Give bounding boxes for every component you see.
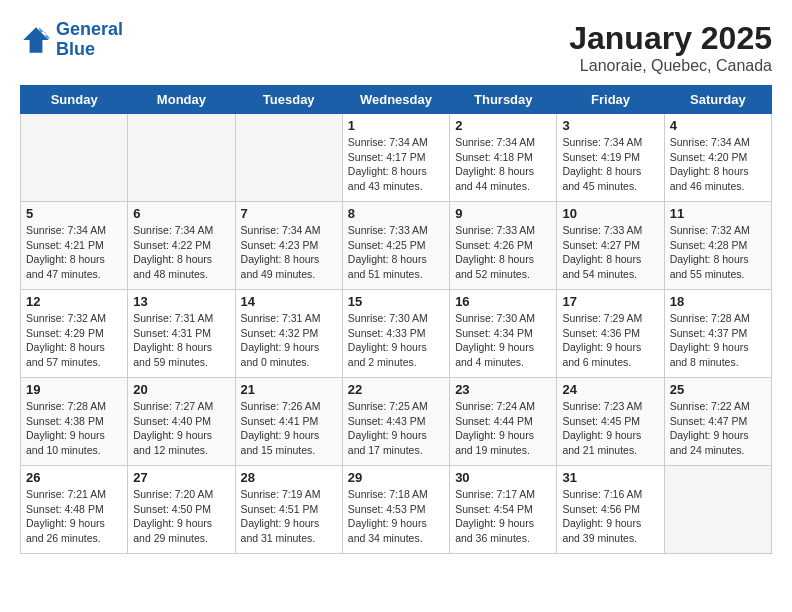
day-number: 2 — [455, 118, 551, 133]
day-number: 4 — [670, 118, 766, 133]
calendar-cell: 24Sunrise: 7:23 AM Sunset: 4:45 PM Dayli… — [557, 378, 664, 466]
day-info: Sunrise: 7:17 AM Sunset: 4:54 PM Dayligh… — [455, 487, 551, 546]
calendar-week-row: 5Sunrise: 7:34 AM Sunset: 4:21 PM Daylig… — [21, 202, 772, 290]
calendar-cell: 15Sunrise: 7:30 AM Sunset: 4:33 PM Dayli… — [342, 290, 449, 378]
day-number: 22 — [348, 382, 444, 397]
day-info: Sunrise: 7:30 AM Sunset: 4:34 PM Dayligh… — [455, 311, 551, 370]
day-info: Sunrise: 7:34 AM Sunset: 4:17 PM Dayligh… — [348, 135, 444, 194]
calendar-cell: 18Sunrise: 7:28 AM Sunset: 4:37 PM Dayli… — [664, 290, 771, 378]
day-info: Sunrise: 7:32 AM Sunset: 4:28 PM Dayligh… — [670, 223, 766, 282]
calendar-cell: 19Sunrise: 7:28 AM Sunset: 4:38 PM Dayli… — [21, 378, 128, 466]
calendar-cell: 30Sunrise: 7:17 AM Sunset: 4:54 PM Dayli… — [450, 466, 557, 554]
calendar-week-row: 1Sunrise: 7:34 AM Sunset: 4:17 PM Daylig… — [21, 114, 772, 202]
calendar-cell: 6Sunrise: 7:34 AM Sunset: 4:22 PM Daylig… — [128, 202, 235, 290]
calendar-cell — [128, 114, 235, 202]
calendar-cell: 21Sunrise: 7:26 AM Sunset: 4:41 PM Dayli… — [235, 378, 342, 466]
calendar-cell: 8Sunrise: 7:33 AM Sunset: 4:25 PM Daylig… — [342, 202, 449, 290]
calendar-cell: 14Sunrise: 7:31 AM Sunset: 4:32 PM Dayli… — [235, 290, 342, 378]
calendar-cell: 22Sunrise: 7:25 AM Sunset: 4:43 PM Dayli… — [342, 378, 449, 466]
day-number: 31 — [562, 470, 658, 485]
day-info: Sunrise: 7:32 AM Sunset: 4:29 PM Dayligh… — [26, 311, 122, 370]
day-info: Sunrise: 7:25 AM Sunset: 4:43 PM Dayligh… — [348, 399, 444, 458]
weekday-header: Saturday — [664, 86, 771, 114]
calendar-cell: 27Sunrise: 7:20 AM Sunset: 4:50 PM Dayli… — [128, 466, 235, 554]
day-number: 8 — [348, 206, 444, 221]
day-info: Sunrise: 7:33 AM Sunset: 4:25 PM Dayligh… — [348, 223, 444, 282]
weekday-header: Thursday — [450, 86, 557, 114]
calendar-cell: 25Sunrise: 7:22 AM Sunset: 4:47 PM Dayli… — [664, 378, 771, 466]
calendar-week-row: 19Sunrise: 7:28 AM Sunset: 4:38 PM Dayli… — [21, 378, 772, 466]
day-number: 24 — [562, 382, 658, 397]
day-number: 20 — [133, 382, 229, 397]
day-number: 11 — [670, 206, 766, 221]
title-block: January 2025 Lanoraie, Quebec, Canada — [569, 20, 772, 75]
day-info: Sunrise: 7:27 AM Sunset: 4:40 PM Dayligh… — [133, 399, 229, 458]
calendar-cell: 16Sunrise: 7:30 AM Sunset: 4:34 PM Dayli… — [450, 290, 557, 378]
page-header: General Blue January 2025 Lanoraie, Queb… — [20, 20, 772, 75]
calendar-cell: 2Sunrise: 7:34 AM Sunset: 4:18 PM Daylig… — [450, 114, 557, 202]
calendar-cell — [21, 114, 128, 202]
weekday-header: Sunday — [21, 86, 128, 114]
day-number: 13 — [133, 294, 229, 309]
day-number: 7 — [241, 206, 337, 221]
day-info: Sunrise: 7:28 AM Sunset: 4:37 PM Dayligh… — [670, 311, 766, 370]
logo: General Blue — [20, 20, 123, 60]
day-number: 23 — [455, 382, 551, 397]
calendar-subtitle: Lanoraie, Quebec, Canada — [569, 57, 772, 75]
day-number: 25 — [670, 382, 766, 397]
day-info: Sunrise: 7:28 AM Sunset: 4:38 PM Dayligh… — [26, 399, 122, 458]
calendar-cell: 28Sunrise: 7:19 AM Sunset: 4:51 PM Dayli… — [235, 466, 342, 554]
weekday-header-row: SundayMondayTuesdayWednesdayThursdayFrid… — [21, 86, 772, 114]
calendar-cell: 10Sunrise: 7:33 AM Sunset: 4:27 PM Dayli… — [557, 202, 664, 290]
day-info: Sunrise: 7:22 AM Sunset: 4:47 PM Dayligh… — [670, 399, 766, 458]
logo-line1: General — [56, 19, 123, 39]
day-number: 18 — [670, 294, 766, 309]
day-info: Sunrise: 7:21 AM Sunset: 4:48 PM Dayligh… — [26, 487, 122, 546]
calendar-cell: 17Sunrise: 7:29 AM Sunset: 4:36 PM Dayli… — [557, 290, 664, 378]
calendar-cell: 31Sunrise: 7:16 AM Sunset: 4:56 PM Dayli… — [557, 466, 664, 554]
day-number: 9 — [455, 206, 551, 221]
day-info: Sunrise: 7:33 AM Sunset: 4:26 PM Dayligh… — [455, 223, 551, 282]
day-number: 1 — [348, 118, 444, 133]
calendar-week-row: 26Sunrise: 7:21 AM Sunset: 4:48 PM Dayli… — [21, 466, 772, 554]
day-number: 15 — [348, 294, 444, 309]
day-number: 14 — [241, 294, 337, 309]
logo-icon — [20, 24, 52, 56]
day-info: Sunrise: 7:23 AM Sunset: 4:45 PM Dayligh… — [562, 399, 658, 458]
day-number: 12 — [26, 294, 122, 309]
weekday-header: Tuesday — [235, 86, 342, 114]
day-number: 3 — [562, 118, 658, 133]
calendar-cell: 4Sunrise: 7:34 AM Sunset: 4:20 PM Daylig… — [664, 114, 771, 202]
day-number: 28 — [241, 470, 337, 485]
calendar-cell — [235, 114, 342, 202]
calendar-cell — [664, 466, 771, 554]
day-info: Sunrise: 7:34 AM Sunset: 4:23 PM Dayligh… — [241, 223, 337, 282]
day-number: 6 — [133, 206, 229, 221]
day-info: Sunrise: 7:18 AM Sunset: 4:53 PM Dayligh… — [348, 487, 444, 546]
calendar-cell: 26Sunrise: 7:21 AM Sunset: 4:48 PM Dayli… — [21, 466, 128, 554]
day-info: Sunrise: 7:34 AM Sunset: 4:18 PM Dayligh… — [455, 135, 551, 194]
logo-line2: Blue — [56, 39, 95, 59]
calendar-table: SundayMondayTuesdayWednesdayThursdayFrid… — [20, 85, 772, 554]
calendar-cell: 29Sunrise: 7:18 AM Sunset: 4:53 PM Dayli… — [342, 466, 449, 554]
calendar-cell: 9Sunrise: 7:33 AM Sunset: 4:26 PM Daylig… — [450, 202, 557, 290]
day-info: Sunrise: 7:31 AM Sunset: 4:32 PM Dayligh… — [241, 311, 337, 370]
calendar-cell: 13Sunrise: 7:31 AM Sunset: 4:31 PM Dayli… — [128, 290, 235, 378]
calendar-week-row: 12Sunrise: 7:32 AM Sunset: 4:29 PM Dayli… — [21, 290, 772, 378]
day-number: 21 — [241, 382, 337, 397]
day-number: 29 — [348, 470, 444, 485]
day-number: 19 — [26, 382, 122, 397]
day-info: Sunrise: 7:34 AM Sunset: 4:21 PM Dayligh… — [26, 223, 122, 282]
calendar-cell: 7Sunrise: 7:34 AM Sunset: 4:23 PM Daylig… — [235, 202, 342, 290]
calendar-cell: 3Sunrise: 7:34 AM Sunset: 4:19 PM Daylig… — [557, 114, 664, 202]
day-info: Sunrise: 7:16 AM Sunset: 4:56 PM Dayligh… — [562, 487, 658, 546]
day-number: 5 — [26, 206, 122, 221]
calendar-title: January 2025 — [569, 20, 772, 57]
day-info: Sunrise: 7:24 AM Sunset: 4:44 PM Dayligh… — [455, 399, 551, 458]
weekday-header: Monday — [128, 86, 235, 114]
day-number: 16 — [455, 294, 551, 309]
weekday-header: Wednesday — [342, 86, 449, 114]
day-info: Sunrise: 7:29 AM Sunset: 4:36 PM Dayligh… — [562, 311, 658, 370]
logo-text: General Blue — [56, 20, 123, 60]
day-info: Sunrise: 7:34 AM Sunset: 4:22 PM Dayligh… — [133, 223, 229, 282]
